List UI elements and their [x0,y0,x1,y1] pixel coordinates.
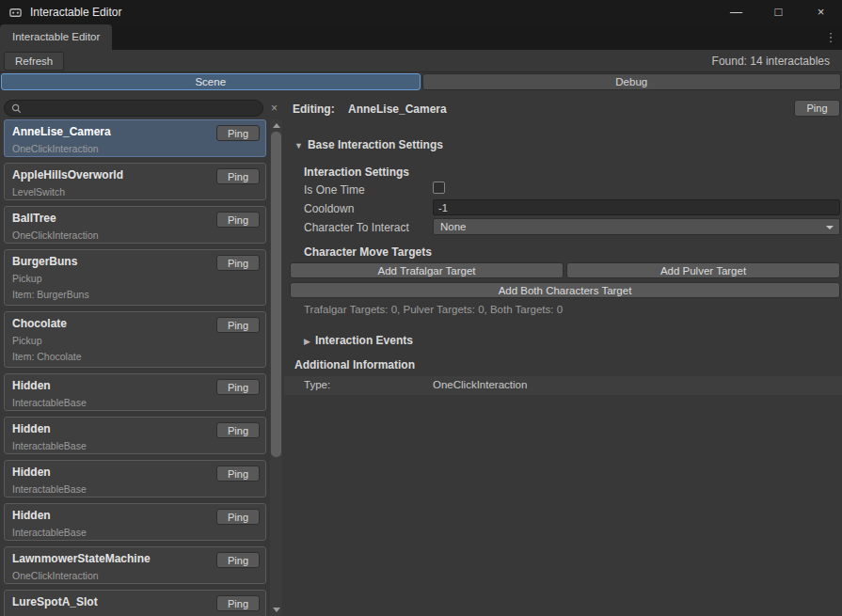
list-item[interactable]: Hidden Ping InteractableBase [4,373,266,411]
chevron-down-icon [826,226,834,229]
app-icon [8,6,23,20]
list-item[interactable]: BurgerBuns Ping Pickup Item: BurgerBuns [4,249,266,306]
character-move-targets-header: Character Move Targets [304,245,432,259]
interaction-settings-header: Interaction Settings [304,166,409,179]
cooldown-label: Cooldown [304,202,354,215]
interactable-list: AnneLise_Camera Ping OneClickInteraction… [4,119,266,616]
scrollbar-thumb[interactable] [271,132,281,457]
interaction-events-foldout[interactable]: ▶Interaction Events [304,334,413,347]
window-title: Interactable Editor [30,6,121,19]
type-label: Type: [304,379,330,390]
foldout-open-icon: ▼ [294,141,303,150]
ping-button[interactable]: Ping [216,255,260,271]
inspector-ping-button[interactable]: Ping [794,100,840,117]
editing-label: Editing: [293,103,335,116]
ping-button[interactable]: Ping [216,168,260,184]
list-item[interactable]: LureSpotA_Slot Ping [4,590,266,616]
is-one-time-label: Is One Time [304,183,365,197]
inspector-panel: Editing: AnneLise_Camera Ping ▼Base Inte… [284,92,842,616]
scene-list-panel: × AnneLise_Camera Ping OneClickInteracti… [0,92,284,616]
ping-button[interactable]: Ping [216,466,260,482]
foldout-closed-icon: ▶ [304,337,310,346]
character-to-interact-dropdown[interactable]: None [433,218,840,235]
tab-debug[interactable]: Debug [422,73,842,90]
additional-information-header: Additional Information [294,358,415,371]
window-titlebar: Interactable Editor — □ × [0,0,842,24]
scrollbar-up-icon[interactable] [270,119,282,131]
editing-value: AnneLise_Camera [348,103,447,116]
scrollbar-down-icon[interactable] [270,604,282,615]
ping-button[interactable]: Ping [216,595,260,611]
minimize-button[interactable]: — [715,0,757,24]
add-trafalgar-target-button[interactable]: Add Trafalgar Target [290,262,564,278]
ping-button[interactable]: Ping [216,552,260,568]
type-row: Type: OneClickInteraction [284,376,842,395]
base-interaction-settings-foldout[interactable]: ▼Base Interaction Settings [294,138,443,151]
cooldown-field[interactable] [433,199,840,215]
ping-button[interactable]: Ping [216,379,260,395]
ping-button[interactable]: Ping [216,509,260,525]
search-box [4,100,263,117]
search-clear-button[interactable]: × [267,102,281,115]
tab-scene[interactable]: Scene [1,73,421,90]
search-icon [11,103,22,114]
is-one-time-checkbox[interactable] [433,182,445,194]
list-item[interactable]: AppleHillsOverworld Ping LevelSwitch [4,163,266,200]
ping-button[interactable]: Ping [216,317,260,333]
refresh-button[interactable]: Refresh [4,52,64,71]
toolbar: Refresh Found: 14 interactables [0,50,842,72]
ping-button[interactable]: Ping [216,212,260,228]
maximize-button[interactable]: □ [757,0,800,24]
list-item[interactable]: Chocolate Ping Pickup Item: Chocolate [4,311,266,368]
list-scrollbar[interactable] [270,119,282,616]
tab-menu-icon[interactable]: ⋮ [822,24,839,50]
ping-button[interactable]: Ping [216,125,260,141]
list-item[interactable]: LawnmowerStateMachine Ping OneClickInter… [4,546,266,584]
editor-tabstrip: Interactable Editor ⋮ [0,24,842,50]
list-item[interactable]: Hidden Ping InteractableBase [4,460,266,498]
type-value: OneClickInteraction [433,379,527,390]
content-area: × AnneLise_Camera Ping OneClickInteracti… [0,92,842,616]
add-both-characters-target-button[interactable]: Add Both Characters Target [290,282,840,298]
character-to-interact-label: Character To Interact [304,221,409,234]
add-pulver-target-button[interactable]: Add Pulver Target [566,262,840,278]
list-item[interactable]: Hidden Ping InteractableBase [4,417,266,454]
ping-button[interactable]: Ping [216,422,260,438]
list-item[interactable]: BallTree Ping OneClickInteraction [4,206,266,244]
found-count-text: Found: 14 interactables [712,55,830,68]
close-button[interactable]: × [800,0,842,24]
view-tabs: Scene Debug [0,72,842,92]
list-item[interactable]: Hidden Ping InteractableBase [4,503,266,541]
list-item[interactable]: AnneLise_Camera Ping OneClickInteraction [4,119,266,157]
targets-summary-text: Trafalgar Targets: 0, Pulver Targets: 0,… [304,304,563,315]
tab-interactable-editor[interactable]: Interactable Editor [0,24,112,50]
search-input[interactable] [22,103,256,114]
